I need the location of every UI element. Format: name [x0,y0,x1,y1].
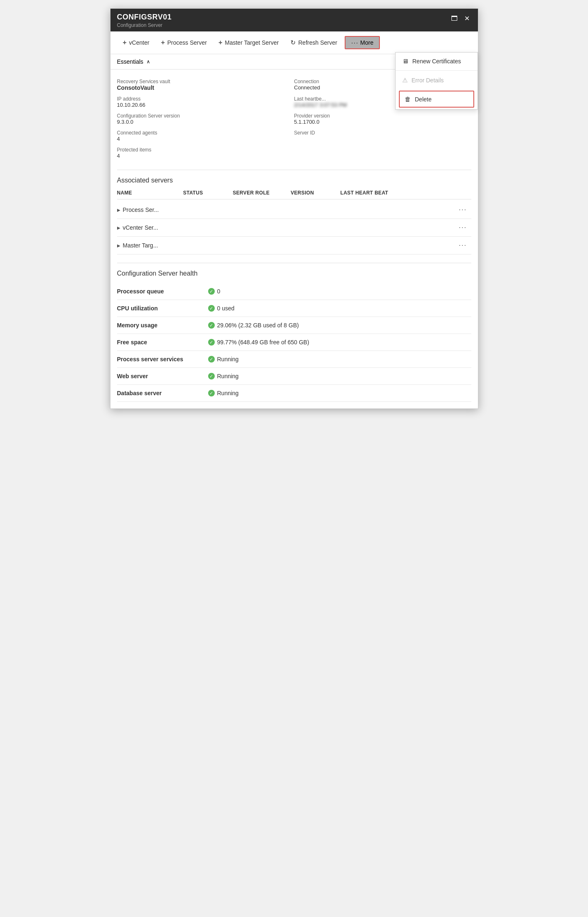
col-name: NAME [117,190,183,196]
master-targ-label: Master Targ... [123,242,158,249]
health-ok-icon: ✓ [208,305,215,312]
refresh-server-label: Refresh Server [298,39,337,46]
vcenter-server-row-name[interactable]: ▶ vCenter Ser... [117,224,455,231]
process-server-row-name[interactable]: ▶ Process Ser... [117,206,455,213]
renew-certificates-item[interactable]: 🖥 Renew Certificates [396,53,478,70]
config-version-value: 9.3.0.0 [117,119,294,125]
recovery-vault-value: ConsotoVault [117,84,294,91]
vcenter-server-ellipsis-button[interactable]: ··· [455,223,471,232]
table-row: ▶ Master Targ... ··· [117,237,471,254]
memory-usage-value: ✓ 29.06% (2.32 GB used of 8 GB) [208,322,471,329]
plus-icon: + [123,39,127,46]
title-bar: CONFIGSRV01 Configuration Server 🗖 ✕ [110,9,478,31]
close-button[interactable]: ✕ [463,14,471,22]
master-target-row-name[interactable]: ▶ Master Targ... [117,242,455,249]
cpu-utilization-value: ✓ 0 used [208,305,471,312]
database-server-value: ✓ Running [208,390,471,396]
connected-agents-value: 4 [117,136,294,142]
chevron-up-icon[interactable]: ∧ [146,59,150,65]
web-server-row: Web server ✓ Running [117,368,471,385]
web-server-value: ✓ Running [208,373,471,379]
health-ok-icon: ✓ [208,339,215,346]
dropdown-separator [396,70,478,71]
provider-version-label: Provider version [294,113,471,119]
recovery-vault-item: Recovery Services vault ConsotoVault [117,76,294,94]
minimize-button[interactable]: 🗖 [449,15,459,22]
provider-version-value: 5.1.1700.0 [294,119,471,125]
server-id-label: Server ID [294,130,471,136]
error-details-label: Error Details [412,77,444,84]
plus-icon: + [161,39,165,46]
associated-servers-title: Associated servers [117,177,471,184]
connected-agents-label: Connected agents [117,130,294,136]
col-version: VERSION [291,190,341,196]
health-ok-icon: ✓ [208,288,215,295]
window-subtitle: Configuration Server [117,22,172,28]
table-header: NAME STATUS SERVER ROLE VERSION LAST HEA… [117,190,471,199]
free-space-row: Free space ✓ 99.77% (648.49 GB free of 6… [117,334,471,351]
process-server-services-value: ✓ Running [208,356,471,362]
health-ok-icon: ✓ [208,356,215,362]
associated-servers-section: Associated servers NAME STATUS SERVER RO… [117,170,471,254]
plus-icon: + [218,39,222,46]
col-status: STATUS [183,190,233,196]
protected-items-label: Protected items [117,147,294,153]
health-section: Configuration Server health Processor qu… [117,263,471,402]
expand-icon[interactable]: ▶ [117,208,120,212]
ip-address-value: 10.10.20.66 [117,102,294,108]
health-table: Processor queue ✓ 0 CPU utilization ✓ 0 … [117,283,471,402]
renew-certificates-label: Renew Certificates [413,58,461,65]
protected-items-value: 4 [117,153,294,159]
table-row: ▶ Process Ser... ··· [117,201,471,219]
health-ok-icon: ✓ [208,373,215,379]
delete-label: Delete [415,96,432,103]
refresh-icon: ↻ [290,39,296,46]
warning-icon: ⚠ [402,77,408,84]
processor-queue-value: ✓ 0 [208,288,471,295]
processor-queue-label: Processor queue [117,288,208,295]
table-row: ▶ vCenter Ser... ··· [117,219,471,237]
title-bar-controls: 🗖 ✕ [449,14,471,22]
server-id-item: Server ID [294,127,471,144]
add-process-server-button[interactable]: + Process Server [155,36,213,50]
essentials-label: Essentials [117,58,144,65]
database-server-row: Database server ✓ Running [117,385,471,402]
add-vcenter-button[interactable]: + vCenter [117,36,155,50]
add-master-target-button[interactable]: + Master Target Server [213,36,285,50]
process-server-label: Process Server [167,39,207,46]
web-server-label: Web server [117,373,208,379]
window-title: CONFIGSRV01 [117,13,172,22]
ellipsis-icon: ··· [351,39,359,46]
ip-address-label: IP address [117,96,294,102]
trash-icon: 🗑 [405,96,411,103]
protected-items-item: Protected items 4 [117,144,294,161]
process-server-ellipsis-button[interactable]: ··· [455,205,471,214]
ip-address-item: IP address 10.10.20.66 [117,94,294,110]
recovery-vault-label: Recovery Services vault [117,79,294,84]
refresh-server-button[interactable]: ↻ Refresh Server [285,36,343,50]
master-target-ellipsis-button[interactable]: ··· [455,241,471,250]
content-area: Recovery Services vault ConsotoVault Con… [110,70,478,408]
cpu-utilization-row: CPU utilization ✓ 0 used [117,300,471,317]
col-server-role: SERVER ROLE [233,190,291,196]
memory-usage-row: Memory usage ✓ 29.06% (2.32 GB used of 8… [117,317,471,334]
expand-icon[interactable]: ▶ [117,226,120,230]
error-details-item: ⚠ Error Details [396,72,478,89]
cpu-utilization-label: CPU utilization [117,305,208,312]
process-server-services-row: Process server services ✓ Running [117,351,471,368]
vcenter-ser-label: vCenter Ser... [123,224,158,231]
master-target-label: Master Target Server [225,39,278,46]
more-button[interactable]: ··· More [345,36,380,49]
process-ser-label: Process Ser... [123,206,159,213]
renew-icon: 🖥 [402,58,408,65]
processor-queue-row: Processor queue ✓ 0 [117,283,471,300]
more-label: More [360,39,374,46]
provider-version-item: Provider version 5.1.1700.0 [294,110,471,127]
vcenter-label: vCenter [129,39,149,46]
delete-item[interactable]: 🗑 Delete [399,91,474,108]
process-server-services-label: Process server services [117,356,208,362]
database-server-label: Database server [117,390,208,396]
expand-icon[interactable]: ▶ [117,243,120,248]
config-version-label: Configuration Server version [117,113,294,119]
health-ok-icon: ✓ [208,322,215,329]
